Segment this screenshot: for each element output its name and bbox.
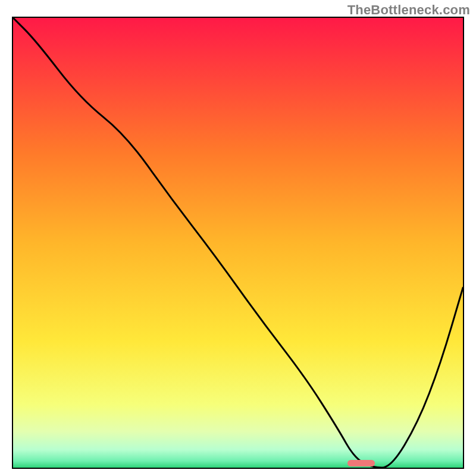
canvas: TheBottleneck.com (0, 0, 476, 476)
optimal-marker (347, 460, 375, 466)
watermark-text: TheBottleneck.com (347, 2, 470, 18)
curve-layer (13, 18, 463, 468)
bottleneck-curve (13, 18, 463, 468)
plot-area (12, 17, 464, 469)
